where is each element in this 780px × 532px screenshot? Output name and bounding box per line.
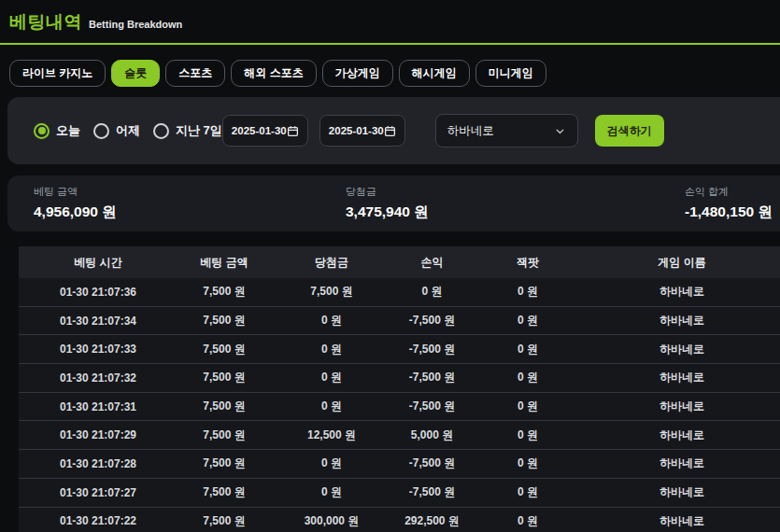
- table-cell: -7,500 원: [392, 370, 472, 385]
- table-cell: 하바네로: [584, 455, 780, 471]
- summary-winnings: 당첨금 3,475,940 원: [346, 185, 685, 222]
- date-to-value: 2025-01-30: [329, 125, 384, 136]
- table-cell: 0 원: [472, 342, 584, 357]
- table-cell: 01-30 21:07:34: [19, 315, 177, 328]
- table-cell: 7,500 원: [177, 455, 271, 471]
- summary-panel: 베팅 금액 4,956,090 원 당첨금 3,475,940 원 손익 합계 …: [7, 175, 780, 231]
- table-cell: 0 원: [472, 484, 584, 500]
- table-cell: -7,500 원: [392, 399, 472, 414]
- radio-yesterday[interactable]: 어제: [93, 122, 140, 139]
- tab-live-casino[interactable]: 라이브 카지노: [9, 60, 106, 87]
- table-cell: 7,500 원: [271, 284, 392, 300]
- table-cell: 300,000 원: [271, 513, 392, 529]
- date-to-input[interactable]: 2025-01-30: [319, 115, 405, 147]
- summary-winnings-label: 당첨금: [346, 185, 685, 199]
- table-cell: 7,500 원: [177, 342, 271, 357]
- tab-hash-games[interactable]: 해시게임: [399, 60, 470, 87]
- table-row: 01-30 21:07:227,500 원300,000 원292,500 원0…: [19, 508, 780, 532]
- date-from-value: 2025-01-30: [232, 125, 287, 136]
- filter-panel: 오늘 어제 지난 7일 2025-01-30 2025-01-30: [7, 97, 780, 164]
- category-tabs: 라이브 카지노슬롯스포츠해외 스포츠가상게임해시게임미니게임: [9, 60, 780, 87]
- table-row: 01-30 21:07:317,500 원0 원-7,500 원0 원하바네로: [19, 393, 780, 422]
- column-header-0: 베팅 시간: [19, 255, 177, 271]
- table-cell: 7,500 원: [177, 313, 271, 329]
- table-cell: 0 원: [271, 342, 392, 357]
- table-cell: 0 원: [271, 455, 392, 471]
- column-header-4: 잭팟: [472, 255, 584, 271]
- radio-icon: [93, 123, 109, 139]
- tab-sports[interactable]: 스포츠: [165, 60, 225, 87]
- tab-virtual-games[interactable]: 가상게임: [322, 60, 393, 87]
- radio-last-7-days[interactable]: 지난 7일: [153, 122, 222, 139]
- table-cell: 292,500 원: [392, 513, 472, 529]
- table-cell: 7,500 원: [177, 427, 271, 443]
- table-row: 01-30 21:07:327,500 원0 원-7,500 원0 원하바네로: [19, 364, 780, 393]
- tab-overseas-sports[interactable]: 해외 스포츠: [231, 60, 316, 87]
- radio-icon: [34, 123, 50, 139]
- table-row: 01-30 21:07:347,500 원0 원-7,500 원0 원하바네로: [19, 307, 780, 336]
- table-cell: 0 원: [271, 313, 392, 329]
- column-header-3: 손익: [392, 255, 472, 271]
- table-cell: 01-30 21:07:36: [19, 286, 177, 299]
- table-cell: 01-30 21:07:31: [19, 400, 177, 413]
- table-cell: 7,500 원: [177, 399, 271, 414]
- date-range-radio-group: 오늘 어제 지난 7일: [34, 122, 222, 139]
- table-cell: 7,500 원: [177, 513, 271, 529]
- table-cell: 0 원: [271, 399, 392, 414]
- table-cell: 하바네로: [584, 370, 780, 385]
- table-cell: 0 원: [472, 370, 584, 385]
- provider-selected-value: 하바네로: [447, 123, 494, 139]
- table-cell: 0 원: [472, 455, 584, 471]
- page-title: 베팅내역: [9, 10, 82, 35]
- table-cell: 하바네로: [584, 284, 780, 300]
- summary-profit-loss-label: 손익 합계: [685, 185, 780, 199]
- table-cell: 12,500 원: [271, 427, 392, 443]
- summary-profit-loss-value: -1,480,150 원: [685, 203, 780, 222]
- table-cell: 0 원: [472, 427, 584, 443]
- table-body: 01-30 21:07:367,500 원7,500 원0 원0 원하바네로01…: [19, 278, 780, 532]
- table-cell: 5,000 원: [392, 427, 472, 443]
- table-cell: 01-30 21:07:22: [19, 514, 177, 527]
- table-cell: 01-30 21:07:29: [19, 428, 177, 441]
- tab-slots[interactable]: 슬롯: [111, 60, 160, 87]
- page-subtitle: Betting Breakdown: [89, 19, 182, 30]
- radio-today[interactable]: 오늘: [34, 122, 80, 139]
- radio-label: 지난 7일: [176, 122, 222, 139]
- column-header-5: 게임 이름: [584, 255, 780, 271]
- table-row: 01-30 21:07:287,500 원0 원-7,500 원0 원하바네로: [19, 450, 780, 479]
- tab-mini-games[interactable]: 미니게임: [475, 60, 546, 87]
- table-cell: 7,500 원: [177, 484, 271, 500]
- table-cell: -7,500 원: [392, 484, 472, 500]
- table-cell: 01-30 21:07:28: [19, 457, 177, 470]
- chevron-down-icon: [554, 125, 566, 137]
- table-cell: 하바네로: [584, 342, 780, 357]
- table-cell: 0 원: [271, 370, 392, 385]
- table-cell: -7,500 원: [392, 342, 472, 357]
- calendar-icon: [384, 125, 396, 137]
- betting-breakdown-page: 베팅내역 Betting Breakdown 라이브 카지노슬롯스포츠해외 스포…: [0, 0, 780, 532]
- table-cell: 7,500 원: [177, 370, 271, 385]
- table-cell: 01-30 21:07:27: [19, 486, 177, 499]
- table-row: 01-30 21:07:367,500 원7,500 원0 원0 원하바네로: [19, 278, 780, 307]
- table-cell: 하바네로: [584, 484, 780, 500]
- table-cell: 01-30 21:07:32: [19, 371, 177, 385]
- table-cell: 0 원: [472, 399, 584, 414]
- summary-bet-amount-value: 4,956,090 원: [34, 203, 346, 222]
- radio-label: 오늘: [56, 122, 80, 139]
- summary-bet-amount: 베팅 금액 4,956,090 원: [34, 185, 346, 222]
- search-button[interactable]: 검색하기: [595, 115, 664, 147]
- column-header-1: 베팅 금액: [177, 255, 271, 271]
- provider-select[interactable]: 하바네로: [435, 114, 578, 147]
- table-cell: 하바네로: [584, 313, 780, 329]
- radio-icon: [153, 123, 169, 139]
- table-cell: 하바네로: [584, 513, 780, 529]
- table-row: 01-30 21:07:337,500 원0 원-7,500 원0 원하바네로: [19, 335, 780, 364]
- table-cell: -7,500 원: [392, 455, 472, 471]
- table-cell: 하바네로: [584, 427, 780, 443]
- date-from-input[interactable]: 2025-01-30: [222, 115, 308, 147]
- table-cell: 하바네로: [584, 399, 780, 414]
- table-row: 01-30 21:07:297,500 원12,500 원5,000 원0 원하…: [19, 421, 780, 450]
- table-cell: -7,500 원: [392, 313, 472, 329]
- table-cell: 0 원: [392, 284, 472, 300]
- table-cell: 0 원: [472, 313, 584, 329]
